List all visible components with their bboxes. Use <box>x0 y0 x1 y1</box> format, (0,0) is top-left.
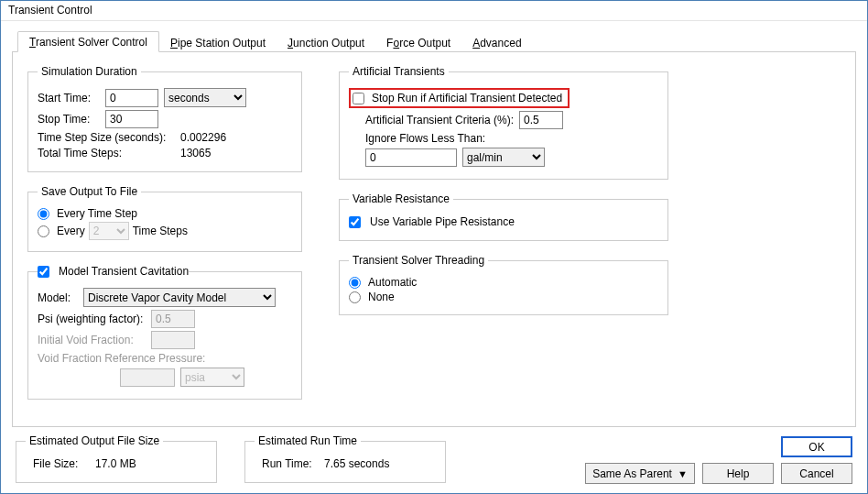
threading-legend: Transient Solver Threading <box>349 254 488 267</box>
cavitation-model-label: Model: <box>38 291 78 304</box>
tab-junction-output[interactable]: Junction Output <box>277 33 375 52</box>
file-size-legend: Estimated Output File Size <box>26 434 163 447</box>
void-fraction-label: Initial Void Fraction: <box>38 334 146 346</box>
tab-body: Simulation Duration Start Time: seconds … <box>12 52 856 427</box>
time-unit-select[interactable]: seconds <box>164 88 246 107</box>
tab-pipe-station-output[interactable]: Pipe Station Output <box>159 33 277 52</box>
right-column: Artificial Transients Stop Run if Artifi… <box>339 65 668 413</box>
criteria-input[interactable] <box>519 111 563 129</box>
model-transient-cavitation-checkbox[interactable] <box>38 266 49 278</box>
every-time-step-radio[interactable] <box>38 208 49 220</box>
window-title: Transient Control <box>1 1 867 21</box>
variable-resistance-legend: Variable Resistance <box>349 192 453 205</box>
simulation-duration-legend: Simulation Duration <box>38 65 141 78</box>
button-column: OK Same As Parent ▼ Help Cancel <box>585 434 852 484</box>
psi-input <box>151 310 195 328</box>
every-n-radio[interactable] <box>38 225 49 237</box>
cancel-button[interactable]: Cancel <box>781 463 852 484</box>
ignore-flows-input[interactable] <box>365 148 457 167</box>
ignore-flows-label: Ignore Flows Less Than: <box>365 132 485 145</box>
model-transient-cavitation-label: Model Transient Cavitation <box>59 265 189 278</box>
transient-control-window: Transient Control Transient Solver Contr… <box>0 0 868 494</box>
time-step-size-value: 0.002296 <box>180 131 226 144</box>
time-steps-label: Time Steps <box>133 225 188 237</box>
use-variable-resistance-label: Use Variable Pipe Resistance <box>370 215 515 228</box>
start-time-label: Start Time: <box>38 92 100 104</box>
tabstrip: Transient Solver Control Pipe Station Ou… <box>12 30 856 52</box>
threading-none-radio[interactable] <box>349 291 361 303</box>
stop-run-highlight: Stop Run if Artificial Transient Detecte… <box>349 88 570 108</box>
stop-time-label: Stop Time: <box>38 113 100 126</box>
stop-run-checkbox[interactable] <box>353 93 364 104</box>
tab-transient-solver-control[interactable]: Transient Solver Control <box>17 31 159 52</box>
footer-area: Estimated Output File Size File Size: 17… <box>12 427 856 486</box>
start-time-input[interactable] <box>105 89 158 107</box>
every-n-select: 2 <box>89 222 129 240</box>
ignore-flows-unit-select[interactable]: gal/min <box>462 148 545 167</box>
every-time-step-label: Every Time Step <box>57 207 137 220</box>
total-time-steps-value: 13065 <box>180 147 211 159</box>
run-time-label: Run Time: <box>255 457 319 470</box>
time-step-size-label: Time Step Size (seconds): <box>38 131 175 144</box>
threading-automatic-label: Automatic <box>368 276 417 289</box>
file-size-value: 17.0 MB <box>95 457 136 470</box>
run-time-value: 7.65 seconds <box>324 457 389 470</box>
void-ref-pressure-unit: psia <box>180 368 244 387</box>
psi-label: Psi (weighting factor): <box>38 313 146 325</box>
stop-run-label: Stop Run if Artificial Transient Detecte… <box>372 92 562 104</box>
dropdown-icon: ▼ <box>678 468 688 479</box>
content-area: Transient Solver Control Pipe Station Ou… <box>1 21 867 493</box>
criteria-label: Artificial Transient Criteria (%): <box>365 114 514 126</box>
total-time-steps-label: Total Time Steps: <box>38 147 175 159</box>
cavitation-model-select[interactable]: Discrete Vapor Cavity Model <box>83 288 276 307</box>
run-time-group: Estimated Run Time Run Time: 7.65 second… <box>244 434 446 483</box>
void-ref-pressure-label: Void Fraction Reference Pressure: <box>38 352 205 365</box>
use-variable-resistance-checkbox[interactable] <box>349 216 361 228</box>
every-label: Every <box>57 225 85 237</box>
left-column: Simulation Duration Start Time: seconds … <box>27 65 302 413</box>
artificial-transients-group: Artificial Transients Stop Run if Artifi… <box>339 65 668 180</box>
ok-button[interactable]: OK <box>781 436 852 457</box>
threading-none-label: None <box>368 291 395 303</box>
variable-resistance-group: Variable Resistance Use Variable Pipe Re… <box>339 192 668 241</box>
cavitation-group: Model Transient Cavitation Model: Discre… <box>27 265 302 400</box>
same-as-parent-button[interactable]: Same As Parent ▼ <box>585 463 695 484</box>
artificial-transients-legend: Artificial Transients <box>349 65 449 78</box>
void-fraction-input <box>151 331 195 349</box>
simulation-duration-group: Simulation Duration Start Time: seconds … <box>27 65 302 172</box>
threading-group: Transient Solver Threading Automatic Non… <box>339 254 668 315</box>
threading-automatic-radio[interactable] <box>349 277 361 289</box>
tab-advanced[interactable]: Advanced <box>461 33 532 52</box>
help-button[interactable]: Help <box>702 463 774 484</box>
tab-force-output[interactable]: Force Output <box>375 33 461 52</box>
save-output-group: Save Output To File Every Time Step Ever… <box>27 185 302 252</box>
file-size-label: File Size: <box>26 457 90 470</box>
stop-time-input[interactable] <box>105 110 158 128</box>
run-time-legend: Estimated Run Time <box>255 434 361 447</box>
file-size-group: Estimated Output File Size File Size: 17… <box>16 434 217 483</box>
void-ref-pressure-input <box>120 368 175 387</box>
save-output-legend: Save Output To File <box>38 185 141 198</box>
